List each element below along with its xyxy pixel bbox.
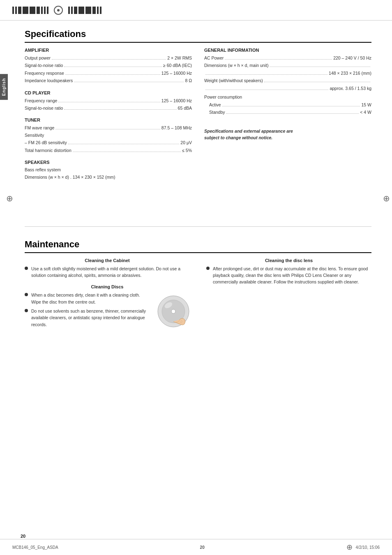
specs-left-col: AMPLIFIER Output power 2 × 2W RMS Signal… — [25, 48, 192, 181]
general-info-title: GENERAL INFORMATION — [204, 48, 371, 53]
footer-left: MCB146_05_Eng_ASDA — [12, 545, 58, 550]
main-content: Specifications AMPLIFIER Output power 2 … — [0, 21, 392, 339]
cd-row-2: Signal-to-noise ratio 65 dBA — [25, 104, 192, 112]
bar-block — [97, 7, 99, 14]
specifications-title: Specifications — [25, 29, 371, 43]
gen-dots-2b — [205, 74, 327, 75]
cleaning-discs-text-1: When a disc becomes dirty, clean it with… — [31, 292, 149, 305]
power-consumption-section: Power consumption Active 15 W Standby < … — [204, 94, 371, 116]
spec-note-line2: subject to change without notice. — [204, 135, 272, 140]
section-divider — [25, 226, 371, 227]
bullet-dot — [25, 309, 28, 312]
language-tab: English — [0, 74, 8, 100]
cleaning-disc-lens-title: Cleaning the disc lens — [206, 258, 371, 263]
amp-row-1: Output power 2 × 2W RMS — [25, 54, 192, 62]
gen-label-1: AC Power — [204, 54, 224, 62]
active-value: 15 W — [361, 101, 371, 108]
footer-reg-mark: ⊕ — [346, 543, 353, 552]
gen-value-3b: approx. 3.65 / 1.53 kg — [330, 85, 371, 92]
speakers-row-2: Dimensions (w × h × d) . 134 × 230 × 152… — [25, 174, 192, 181]
registration-mark-top-left — [54, 6, 63, 15]
tuner-dots-3 — [68, 144, 180, 144]
spec-note-line1: Specifications and external appearance a… — [204, 129, 293, 134]
cd-label-2: Signal-to-noise ratio — [25, 104, 63, 112]
bar-block — [92, 7, 96, 14]
active-row: Active 15 W — [204, 101, 371, 108]
tuner-sensitivity-label: Sensitivity — [25, 132, 192, 139]
gen-value-1: 220 – 240 V / 50 Hz — [333, 54, 371, 62]
footer-right-registration: ⊕ 4/2/10, 15:06 — [346, 543, 380, 552]
footer-date: 4/2/10, 15:06 — [356, 545, 380, 550]
tuner-label-3: – FM 26 dB sensitivity — [25, 139, 67, 146]
gen-dots-3 — [264, 82, 370, 82]
gen-dots-2 — [270, 67, 370, 67]
amp-label-1: Output power — [25, 54, 51, 62]
gen-row-3: Weight (with/without speakers) — [204, 77, 371, 84]
cleaning-cabinet-item: Use a soft cloth slightly moistened with… — [25, 265, 190, 279]
bar-block — [41, 7, 43, 14]
tuner-label-4: Total harmonic distortion — [25, 147, 71, 154]
gen-row-1: AC Power 220 – 240 V / 50 Hz — [204, 54, 371, 62]
power-consumption-label: Power consumption — [204, 94, 371, 101]
amp-value-4: 8 Ω — [185, 77, 192, 84]
gen-dots-3b — [205, 90, 328, 90]
tuner-value-4: ≤ 5% — [182, 147, 192, 154]
bar-block — [78, 7, 84, 14]
cleaning-discs-item-2: Do not use solvents such as benzene, thi… — [25, 308, 149, 328]
cleaning-discs-title: Cleaning Discs — [25, 284, 190, 289]
standby-label: Standby — [204, 108, 225, 116]
gen-label-2: Dimensions (w × h × d, main unit) — [204, 62, 268, 69]
bottom-bar: MCB146_05_Eng_ASDA 20 ⊕ 4/2/10, 15:06 — [0, 539, 392, 555]
maint-right-col: Cleaning the disc lens After prolonged u… — [206, 258, 371, 332]
bar-block — [44, 7, 46, 14]
gen-row-3b: approx. 3.65 / 1.53 kg — [204, 85, 371, 92]
speakers-row-1: Bass reflex system — [25, 166, 192, 174]
standby-row: Standby < 4 W — [204, 108, 371, 116]
amp-label-4: Impedance loudspeakers — [25, 77, 73, 84]
bar-block — [85, 7, 91, 14]
left-bar-pattern — [12, 6, 101, 15]
footer-page-number: 20 — [200, 545, 205, 550]
bar-block — [15, 7, 17, 14]
gen-dots-1 — [225, 59, 332, 60]
disc-image — [157, 295, 190, 328]
bar-block — [68, 7, 70, 14]
maint-grid: Cleaning the Cabinet Use a soft cloth sl… — [25, 258, 371, 332]
amp-label-3: Frequency response — [25, 69, 64, 77]
amp-row-3: Frequency response 125 – 16000 Hz — [25, 69, 192, 77]
cleaning-discs-item-1: When a disc becomes dirty, clean it with… — [25, 292, 149, 305]
tuner-row-3: – FM 26 dB sensitivity 20 μV — [25, 139, 192, 146]
page-number: 20 — [21, 534, 25, 539]
specs-grid: AMPLIFIER Output power 2 × 2W RMS Signal… — [25, 48, 371, 181]
bullet-dot — [25, 293, 28, 296]
cd-label-1: Frequency range — [25, 97, 57, 104]
cleaning-disc-lens-item: After prolonged use, dirt or dust may ac… — [206, 265, 371, 286]
cd-value-1: 125 – 16000 Hz — [161, 97, 192, 104]
active-label: Active — [204, 101, 221, 108]
gen-value-2b: 148 × 233 × 216 (mm) — [329, 69, 371, 77]
bullet-dot — [206, 267, 210, 270]
cd-dots-1 — [58, 102, 160, 102]
amp-dots-2 — [64, 67, 162, 67]
bar-block — [71, 7, 73, 14]
amp-value-2: ≥ 60 dBA (IEC) — [163, 62, 192, 69]
amp-row-2: Signal-to-noise ratio ≥ 60 dBA (IEC) — [25, 62, 192, 69]
bar-block — [12, 7, 14, 14]
amp-dots-1 — [52, 59, 166, 60]
bullet-dot — [25, 267, 28, 270]
gen-row-2: Dimensions (w × h × d, main unit) — [204, 62, 371, 69]
mid-section: ⊕ ⊕ — [25, 189, 371, 214]
tuner-value-3: 20 μV — [180, 139, 192, 146]
bar-block — [30, 7, 35, 14]
bar-block — [47, 7, 48, 14]
cleaning-cabinet-title: Cleaning the Cabinet — [25, 258, 190, 263]
right-crosshair: ⊕ — [383, 193, 390, 203]
gen-row-2b: 148 × 233 × 216 (mm) — [204, 69, 371, 77]
bar-block — [74, 7, 77, 14]
tuner-value-1: 87.5 – 108 MHz — [161, 124, 192, 131]
tuner-title: TUNER — [25, 117, 192, 122]
bar-block — [23, 7, 28, 14]
disc-section: When a disc becomes dirty, clean it with… — [25, 292, 190, 331]
gen-label-3: Weight (with/without speakers) — [204, 77, 263, 84]
amp-dots-3 — [65, 74, 160, 75]
